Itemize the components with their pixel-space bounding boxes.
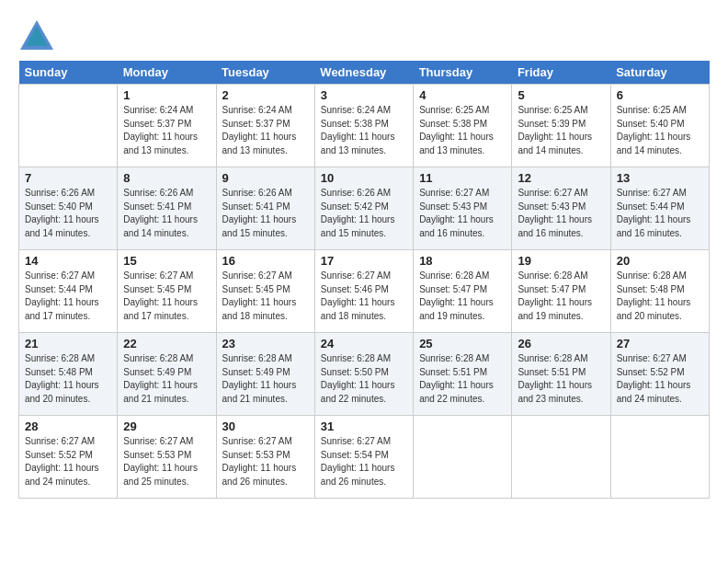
day-number: 23 [222, 337, 309, 350]
day-info: Sunrise: 6:24 AM Sunset: 5:37 PM Dayligh… [222, 104, 309, 157]
logo [18, 18, 61, 52]
calendar-header-saturday: Saturday [610, 61, 709, 85]
calendar-week-row: 7Sunrise: 6:26 AM Sunset: 5:40 PM Daylig… [19, 167, 710, 250]
calendar-cell: 1Sunrise: 6:24 AM Sunset: 5:37 PM Daylig… [118, 85, 216, 167]
day-number: 2 [222, 88, 309, 102]
calendar-cell: 23Sunrise: 6:28 AM Sunset: 5:49 PM Dayli… [216, 333, 314, 416]
calendar-header-thursday: Thursday [414, 61, 512, 85]
day-number: 20 [617, 254, 703, 268]
day-info: Sunrise: 6:27 AM Sunset: 5:54 PM Dayligh… [321, 435, 407, 488]
calendar-cell: 7Sunrise: 6:26 AM Sunset: 5:40 PM Daylig… [19, 167, 118, 250]
day-info: Sunrise: 6:27 AM Sunset: 5:52 PM Dayligh… [617, 352, 703, 406]
calendar-week-row: 28Sunrise: 6:27 AM Sunset: 5:52 PM Dayli… [19, 416, 710, 499]
calendar-cell: 9Sunrise: 6:26 AM Sunset: 5:41 PM Daylig… [216, 167, 314, 250]
calendar-cell: 2Sunrise: 6:24 AM Sunset: 5:37 PM Daylig… [216, 85, 314, 167]
calendar-cell [610, 416, 709, 499]
calendar-cell: 28Sunrise: 6:27 AM Sunset: 5:52 PM Dayli… [19, 416, 118, 499]
calendar-cell: 16Sunrise: 6:27 AM Sunset: 5:45 PM Dayli… [216, 250, 314, 333]
calendar-cell [512, 416, 610, 499]
day-number: 11 [419, 171, 506, 185]
calendar-week-row: 1Sunrise: 6:24 AM Sunset: 5:37 PM Daylig… [19, 85, 710, 167]
calendar-cell: 25Sunrise: 6:28 AM Sunset: 5:51 PM Dayli… [414, 333, 512, 416]
day-number: 7 [25, 171, 111, 185]
calendar-week-row: 14Sunrise: 6:27 AM Sunset: 5:44 PM Dayli… [19, 250, 710, 333]
calendar-cell: 10Sunrise: 6:26 AM Sunset: 5:42 PM Dayli… [314, 167, 413, 250]
calendar-cell [414, 416, 512, 499]
calendar-cell: 27Sunrise: 6:27 AM Sunset: 5:52 PM Dayli… [610, 333, 709, 416]
day-info: Sunrise: 6:24 AM Sunset: 5:38 PM Dayligh… [321, 104, 407, 157]
day-info: Sunrise: 6:27 AM Sunset: 5:45 PM Dayligh… [222, 270, 309, 323]
calendar-header-monday: Monday [118, 61, 216, 85]
day-info: Sunrise: 6:28 AM Sunset: 5:47 PM Dayligh… [518, 270, 604, 323]
day-number: 30 [222, 419, 309, 433]
day-info: Sunrise: 6:26 AM Sunset: 5:42 PM Dayligh… [321, 187, 407, 240]
day-info: Sunrise: 6:25 AM Sunset: 5:38 PM Dayligh… [419, 104, 506, 157]
logo-icon [18, 18, 55, 52]
day-number: 3 [321, 88, 407, 102]
day-number: 9 [222, 171, 309, 185]
calendar-cell: 29Sunrise: 6:27 AM Sunset: 5:53 PM Dayli… [118, 416, 216, 499]
day-info: Sunrise: 6:27 AM Sunset: 5:46 PM Dayligh… [321, 270, 407, 323]
calendar-week-row: 21Sunrise: 6:28 AM Sunset: 5:48 PM Dayli… [19, 333, 710, 416]
day-number: 16 [222, 254, 309, 268]
calendar-header-tuesday: Tuesday [216, 61, 314, 85]
calendar-cell: 13Sunrise: 6:27 AM Sunset: 5:44 PM Dayli… [610, 167, 709, 250]
day-info: Sunrise: 6:27 AM Sunset: 5:53 PM Dayligh… [222, 435, 309, 488]
day-number: 22 [123, 337, 210, 350]
day-info: Sunrise: 6:28 AM Sunset: 5:51 PM Dayligh… [419, 352, 506, 406]
day-number: 4 [419, 88, 506, 102]
day-info: Sunrise: 6:27 AM Sunset: 5:43 PM Dayligh… [419, 187, 506, 240]
calendar-cell: 5Sunrise: 6:25 AM Sunset: 5:39 PM Daylig… [512, 85, 610, 167]
calendar-cell: 19Sunrise: 6:28 AM Sunset: 5:47 PM Dayli… [512, 250, 610, 333]
day-info: Sunrise: 6:25 AM Sunset: 5:39 PM Dayligh… [518, 104, 604, 157]
calendar-cell: 12Sunrise: 6:27 AM Sunset: 5:43 PM Dayli… [512, 167, 610, 250]
page-header [18, 18, 710, 52]
calendar-cell: 18Sunrise: 6:28 AM Sunset: 5:47 PM Dayli… [414, 250, 512, 333]
day-info: Sunrise: 6:28 AM Sunset: 5:51 PM Dayligh… [518, 352, 604, 406]
calendar-cell: 15Sunrise: 6:27 AM Sunset: 5:45 PM Dayli… [118, 250, 216, 333]
day-number: 19 [518, 254, 604, 268]
day-info: Sunrise: 6:26 AM Sunset: 5:40 PM Dayligh… [25, 187, 111, 240]
day-number: 17 [321, 254, 407, 268]
day-number: 25 [419, 337, 506, 350]
day-number: 28 [25, 419, 111, 433]
day-info: Sunrise: 6:27 AM Sunset: 5:43 PM Dayligh… [518, 187, 604, 240]
day-info: Sunrise: 6:28 AM Sunset: 5:48 PM Dayligh… [617, 270, 703, 323]
day-number: 13 [617, 171, 703, 185]
day-info: Sunrise: 6:28 AM Sunset: 5:49 PM Dayligh… [222, 352, 309, 406]
day-info: Sunrise: 6:27 AM Sunset: 5:44 PM Dayligh… [617, 187, 703, 240]
day-number: 18 [419, 254, 506, 268]
calendar-header-wednesday: Wednesday [314, 61, 413, 85]
calendar-cell: 22Sunrise: 6:28 AM Sunset: 5:49 PM Dayli… [118, 333, 216, 416]
day-number: 26 [518, 337, 604, 350]
day-info: Sunrise: 6:27 AM Sunset: 5:45 PM Dayligh… [123, 270, 210, 323]
calendar-header-friday: Friday [512, 61, 610, 85]
day-info: Sunrise: 6:28 AM Sunset: 5:50 PM Dayligh… [321, 352, 407, 406]
day-number: 6 [617, 88, 703, 102]
calendar-cell: 4Sunrise: 6:25 AM Sunset: 5:38 PM Daylig… [414, 85, 512, 167]
calendar-table: SundayMondayTuesdayWednesdayThursdayFrid… [18, 61, 710, 499]
day-info: Sunrise: 6:24 AM Sunset: 5:37 PM Dayligh… [123, 104, 210, 157]
day-number: 31 [321, 419, 407, 433]
calendar-cell: 17Sunrise: 6:27 AM Sunset: 5:46 PM Dayli… [314, 250, 413, 333]
calendar-cell: 3Sunrise: 6:24 AM Sunset: 5:38 PM Daylig… [314, 85, 413, 167]
day-number: 15 [123, 254, 210, 268]
calendar-cell: 21Sunrise: 6:28 AM Sunset: 5:48 PM Dayli… [19, 333, 118, 416]
calendar-cell: 24Sunrise: 6:28 AM Sunset: 5:50 PM Dayli… [314, 333, 413, 416]
calendar-cell: 6Sunrise: 6:25 AM Sunset: 5:40 PM Daylig… [610, 85, 709, 167]
day-info: Sunrise: 6:27 AM Sunset: 5:44 PM Dayligh… [25, 270, 111, 323]
day-number: 5 [518, 88, 604, 102]
day-number: 1 [123, 88, 210, 102]
calendar-cell [19, 85, 118, 167]
day-number: 29 [123, 419, 210, 433]
calendar-cell: 31Sunrise: 6:27 AM Sunset: 5:54 PM Dayli… [314, 416, 413, 499]
day-info: Sunrise: 6:26 AM Sunset: 5:41 PM Dayligh… [222, 187, 309, 240]
calendar-cell: 8Sunrise: 6:26 AM Sunset: 5:41 PM Daylig… [118, 167, 216, 250]
calendar-header-sunday: Sunday [19, 61, 118, 85]
calendar-cell: 14Sunrise: 6:27 AM Sunset: 5:44 PM Dayli… [19, 250, 118, 333]
day-number: 10 [321, 171, 407, 185]
calendar-cell: 20Sunrise: 6:28 AM Sunset: 5:48 PM Dayli… [610, 250, 709, 333]
day-info: Sunrise: 6:27 AM Sunset: 5:53 PM Dayligh… [123, 435, 210, 488]
day-info: Sunrise: 6:26 AM Sunset: 5:41 PM Dayligh… [123, 187, 210, 240]
day-number: 12 [518, 171, 604, 185]
